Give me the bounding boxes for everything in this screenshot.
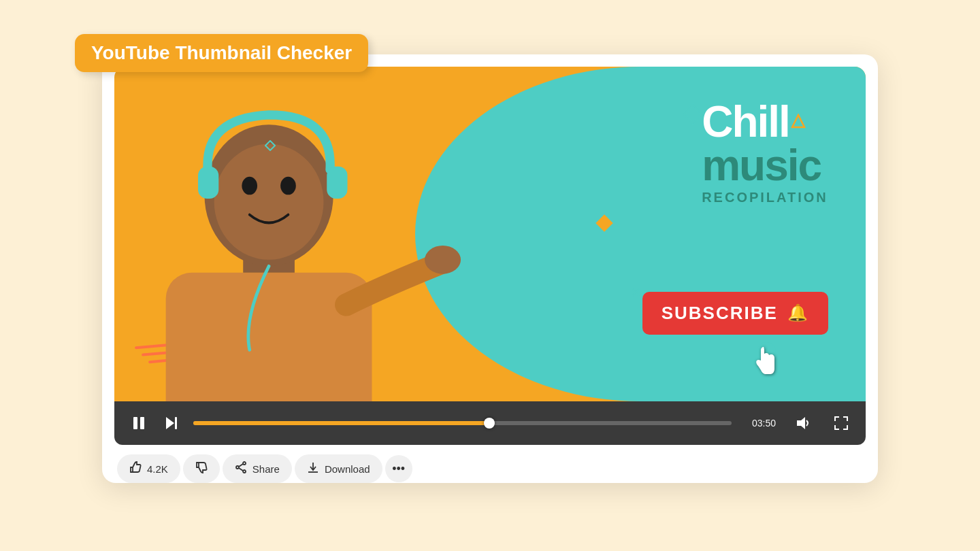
main-container: YouTube Thumbnail Checker ✕ bbox=[61, 27, 919, 524]
person-illustration bbox=[114, 67, 550, 401]
thumbnail-title-recopilation: RECOPILATION bbox=[702, 190, 828, 205]
thumbnail-area: ✕ bbox=[114, 67, 866, 401]
svg-line-21 bbox=[239, 468, 243, 471]
title-text: YouTube Thumbnail Checker bbox=[91, 42, 352, 63]
like-button[interactable]: 4.2K bbox=[117, 454, 180, 483]
svg-point-19 bbox=[236, 466, 239, 469]
thumbs-down-icon bbox=[195, 461, 208, 476]
progress-thumb[interactable] bbox=[484, 418, 495, 429]
pause-button[interactable] bbox=[128, 412, 150, 434]
x-shape: ✕ bbox=[630, 286, 640, 301]
more-button[interactable]: ••• bbox=[385, 455, 412, 482]
action-bar: 4.2K bbox=[114, 445, 866, 483]
svg-marker-14 bbox=[166, 417, 174, 429]
like-count: 4.2K bbox=[147, 463, 168, 475]
svg-point-7 bbox=[242, 177, 257, 195]
svg-rect-9 bbox=[198, 167, 218, 199]
svg-marker-1 bbox=[265, 141, 275, 150]
download-button[interactable]: Download bbox=[295, 454, 382, 483]
subscribe-button[interactable]: SUBSCRIBE 🔔 bbox=[642, 292, 828, 335]
video-controls: 03:50 bbox=[114, 401, 866, 445]
progress-bar[interactable] bbox=[193, 421, 732, 425]
thumbnail-title-chill: Chill bbox=[702, 100, 828, 144]
svg-line-20 bbox=[239, 464, 243, 467]
thumbnail-text-overlay: Chill music RECOPILATION bbox=[702, 100, 828, 205]
title-badge: YouTube Thumbnail Checker bbox=[75, 34, 368, 72]
progress-fill bbox=[193, 421, 489, 425]
thumbs-up-icon bbox=[129, 461, 142, 476]
svg-rect-12 bbox=[133, 417, 137, 429]
fullscreen-button[interactable] bbox=[830, 412, 852, 434]
video-card: ✕ bbox=[102, 54, 878, 483]
svg-rect-15 bbox=[175, 417, 177, 429]
share-icon bbox=[235, 461, 247, 476]
dislike-button[interactable] bbox=[183, 454, 220, 483]
more-dots: ••• bbox=[392, 462, 405, 476]
download-icon bbox=[307, 461, 319, 476]
subscribe-label: SUBSCRIBE bbox=[662, 303, 778, 324]
diamond-shape-teal bbox=[265, 140, 276, 151]
share-button[interactable]: Share bbox=[223, 454, 292, 483]
svg-rect-13 bbox=[140, 417, 144, 429]
bell-icon: 🔔 bbox=[787, 303, 809, 322]
svg-point-6 bbox=[214, 144, 324, 260]
svg-point-11 bbox=[425, 246, 461, 274]
time-display: 03:50 bbox=[752, 418, 776, 429]
next-button[interactable] bbox=[161, 412, 182, 434]
share-label: Share bbox=[252, 463, 280, 475]
svg-point-17 bbox=[243, 462, 246, 465]
svg-marker-16 bbox=[797, 417, 805, 429]
volume-button[interactable] bbox=[792, 412, 814, 434]
svg-rect-10 bbox=[327, 167, 347, 199]
cursor-hand-icon bbox=[751, 346, 776, 381]
svg-rect-3 bbox=[166, 273, 372, 401]
progress-container[interactable] bbox=[193, 421, 732, 425]
thumbnail-title-music: music bbox=[702, 144, 828, 187]
svg-point-8 bbox=[280, 177, 296, 195]
download-label: Download bbox=[325, 463, 370, 475]
svg-point-18 bbox=[243, 470, 246, 473]
